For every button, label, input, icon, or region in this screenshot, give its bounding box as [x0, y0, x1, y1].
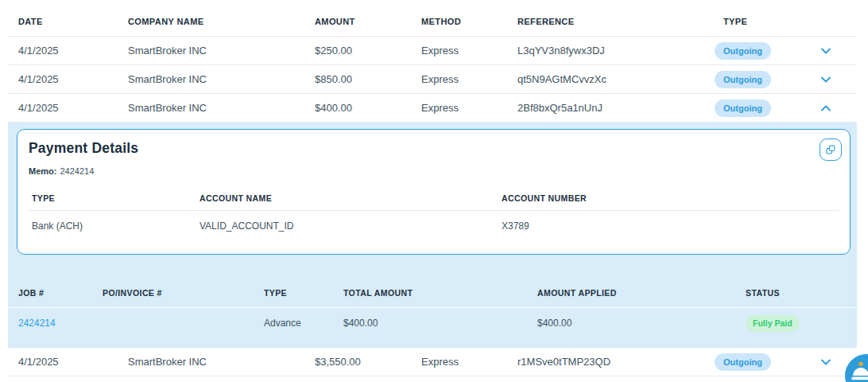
- column-header-amount: AMOUNT: [315, 17, 421, 26]
- column-header-po-invoice: PO/INVOICE #: [103, 288, 264, 298]
- account-type: Bank (ACH): [29, 220, 200, 232]
- payment-reference: 2Bf8bxQr5a1nUnJ: [517, 102, 715, 114]
- payment-reference: qt5N9AGtMCvvzXc: [517, 73, 715, 85]
- column-header-status: STATUS: [746, 288, 857, 298]
- jobs-table: JOB # PO/INVOICE # TYPE TOTAL AMOUNT AMO…: [8, 279, 857, 338]
- column-header-reference: REFERENCE: [517, 17, 715, 26]
- column-header-job-type: TYPE: [264, 288, 343, 298]
- column-header-account-number: ACCOUNT NUMBER: [502, 193, 839, 203]
- column-header-job: JOB #: [8, 288, 103, 298]
- column-header-total-amount: TOTAL AMOUNT: [343, 288, 537, 298]
- payment-reference: L3qYV3n8fywx3DJ: [517, 45, 715, 57]
- type-badge: Outgoing: [715, 353, 771, 371]
- payment-amount: $400.00: [315, 102, 421, 114]
- account-table-header: TYPE ACCOUNT NAME ACCOUNT NUMBER: [29, 193, 839, 211]
- job-total-amount: $400.00: [343, 318, 537, 329]
- column-header-account-type: TYPE: [29, 193, 200, 203]
- payment-row[interactable]: 4/1/2025 SmartBroker INC $850.00 Express…: [8, 65, 857, 94]
- account-table-row: Bank (ACH) VALID_ACCOUNT_ID X3789: [29, 211, 839, 232]
- jobs-table-header: JOB # PO/INVOICE # TYPE TOTAL AMOUNT AMO…: [8, 279, 857, 308]
- job-number-link[interactable]: 2424214: [18, 318, 56, 329]
- job-amount-applied: $400.00: [537, 318, 746, 329]
- payment-row[interactable]: 4/1/2025 SmartBroker INC $3,550.00 Expre…: [8, 348, 857, 376]
- column-header-date: DATE: [8, 17, 128, 26]
- memo-line: Memo:2424214: [29, 166, 839, 176]
- memo-label: Memo:: [29, 166, 56, 176]
- account-name: VALID_ACCOUNT_ID: [200, 220, 502, 232]
- column-header-company: COMPANY NAME: [128, 17, 315, 26]
- copy-button[interactable]: [820, 138, 842, 161]
- payment-amount: $250.00: [315, 45, 421, 57]
- column-header-type: TYPE: [715, 17, 804, 26]
- payment-reference: r1MSve0tTMP23QD: [517, 356, 715, 368]
- copy-icon: [825, 143, 836, 156]
- payment-date: 4/1/2025: [8, 102, 128, 114]
- job-type: Advance: [264, 318, 343, 329]
- payment-row-expanded[interactable]: 4/1/2025 SmartBroker INC $400.00 Express…: [8, 94, 857, 123]
- type-badge: Outgoing: [715, 99, 771, 117]
- chevron-down-icon[interactable]: [818, 72, 834, 88]
- payment-date: 4/1/2025: [8, 356, 128, 368]
- payment-amount: $3,550.00: [315, 356, 421, 368]
- chevron-down-icon[interactable]: [818, 354, 834, 370]
- payment-company: SmartBroker INC: [128, 102, 315, 114]
- payment-method: Express: [421, 45, 517, 57]
- payment-method: Express: [421, 73, 517, 85]
- account-number: X3789: [502, 220, 839, 232]
- status-badge: Fully Paid: [746, 315, 800, 332]
- expanded-payment-panel: Payment Details Memo:2424214 TYPE ACCOUN…: [8, 123, 857, 348]
- payment-company: SmartBroker INC: [128, 45, 315, 57]
- column-header-account-name: ACCOUNT NAME: [200, 193, 502, 203]
- type-badge: Outgoing: [715, 42, 771, 60]
- service-bell-icon: [849, 360, 868, 382]
- payment-date: 4/1/2025: [8, 45, 128, 57]
- payment-method: Express: [421, 356, 517, 368]
- column-header-amount-applied: AMOUNT APPLIED: [537, 288, 746, 298]
- payment-row[interactable]: 4/1/2025 SmartBroker INC $250.00 Express…: [8, 37, 857, 65]
- payment-details-title: Payment Details: [29, 140, 839, 157]
- payment-amount: $850.00: [315, 73, 421, 85]
- job-row: 2424214 Advance $400.00 $400.00 Fully Pa…: [8, 308, 857, 338]
- chevron-down-icon[interactable]: [818, 43, 834, 59]
- column-header-method: METHOD: [421, 17, 517, 26]
- payment-details-card: Payment Details Memo:2424214 TYPE ACCOUN…: [17, 129, 851, 255]
- chevron-up-icon[interactable]: [818, 100, 834, 116]
- memo-value: 2424214: [60, 166, 94, 176]
- payments-table-header: DATE COMPANY NAME AMOUNT METHOD REFERENC…: [8, 0, 857, 37]
- payment-company: SmartBroker INC: [128, 356, 315, 368]
- type-badge: Outgoing: [715, 71, 771, 88]
- payment-method: Express: [421, 102, 517, 114]
- payments-page: DATE COMPANY NAME AMOUNT METHOD REFERENC…: [0, 0, 868, 382]
- payment-date: 4/1/2025: [8, 73, 128, 85]
- payment-company: SmartBroker INC: [128, 73, 315, 85]
